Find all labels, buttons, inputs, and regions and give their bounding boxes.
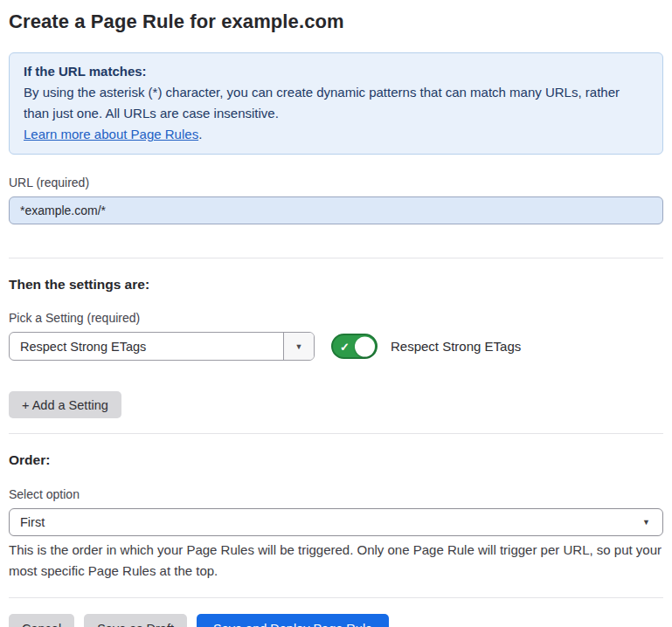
setting-select-value: Respect Strong ETags	[10, 333, 283, 360]
setting-toggle-switch[interactable]: ✓	[331, 334, 378, 359]
info-box-heading: If the URL matches:	[24, 61, 648, 82]
order-select[interactable]: First ▼	[9, 508, 663, 536]
info-box-link-line: Learn more about Page Rules.	[24, 124, 648, 145]
footer-divider	[9, 597, 663, 598]
page-title: Create a Page Rule for example.com	[9, 10, 663, 33]
url-match-info-box: If the URL matches: By using the asteris…	[9, 52, 663, 155]
setting-row: Respect Strong ETags ▼ ✓ Respect Strong …	[9, 332, 663, 361]
setting-select[interactable]: Respect Strong ETags ▼	[9, 332, 315, 361]
order-select-value: First	[20, 515, 45, 529]
footer-actions: Cancel Save as Draft Save and Deploy Pag…	[9, 614, 663, 627]
info-box-body: By using the asterisk (*) character, you…	[24, 82, 648, 124]
check-icon: ✓	[340, 341, 350, 352]
section-divider	[9, 258, 663, 258]
add-setting-button[interactable]: + Add a Setting	[9, 391, 121, 418]
learn-more-link[interactable]: Learn more about Page Rules	[24, 127, 198, 141]
setting-select-arrow-button[interactable]: ▼	[283, 333, 314, 360]
save-draft-button[interactable]: Save as Draft	[84, 614, 187, 627]
link-period: .	[198, 127, 202, 141]
pick-setting-label: Pick a Setting (required)	[9, 311, 663, 325]
order-section-heading: Order:	[9, 452, 663, 468]
page-rule-form: Create a Page Rule for example.com If th…	[0, 0, 672, 627]
save-deploy-button[interactable]: Save and Deploy Page Rule	[197, 614, 389, 627]
section-divider	[9, 433, 663, 434]
url-field-label: URL (required)	[9, 176, 663, 189]
toggle-knob	[355, 336, 375, 356]
dropdown-arrow-icon: ▼	[295, 342, 303, 351]
chevron-down-icon: ▼	[642, 518, 650, 527]
order-select-label: Select option	[9, 487, 663, 501]
cancel-button[interactable]: Cancel	[9, 614, 74, 627]
url-input[interactable]	[9, 196, 663, 224]
settings-section-heading: Then the settings are:	[9, 277, 663, 293]
order-help-text: This is the order in which your Page Rul…	[9, 540, 663, 582]
setting-toggle-label: Respect Strong ETags	[391, 339, 521, 354]
